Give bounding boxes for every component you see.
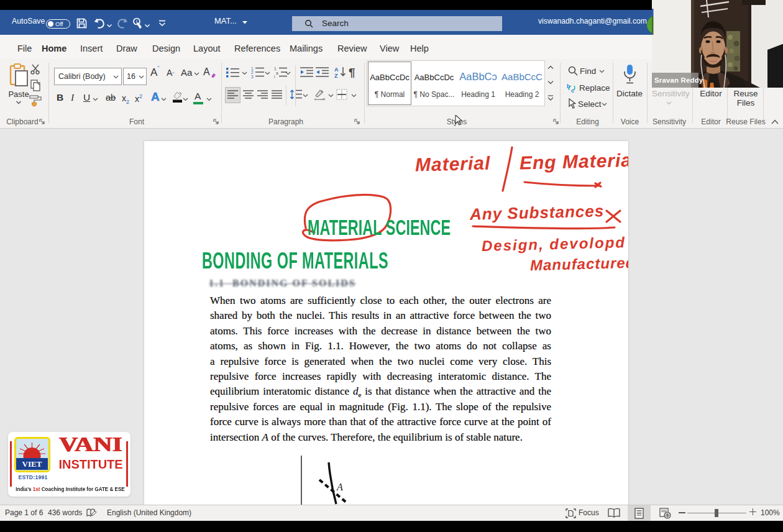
svg-text:a: a — [276, 71, 278, 75]
svg-text:i: i — [274, 75, 275, 78]
svg-text:Z: Z — [334, 73, 338, 78]
svg-text:c: c — [571, 88, 574, 93]
svg-text:VIET: VIET — [22, 459, 42, 469]
svg-text:A: A — [334, 66, 339, 73]
svg-text:Sravan Reddy: Sravan Reddy — [654, 76, 703, 84]
svg-text:A: A — [336, 482, 343, 492]
svg-text:3: 3 — [251, 75, 254, 79]
